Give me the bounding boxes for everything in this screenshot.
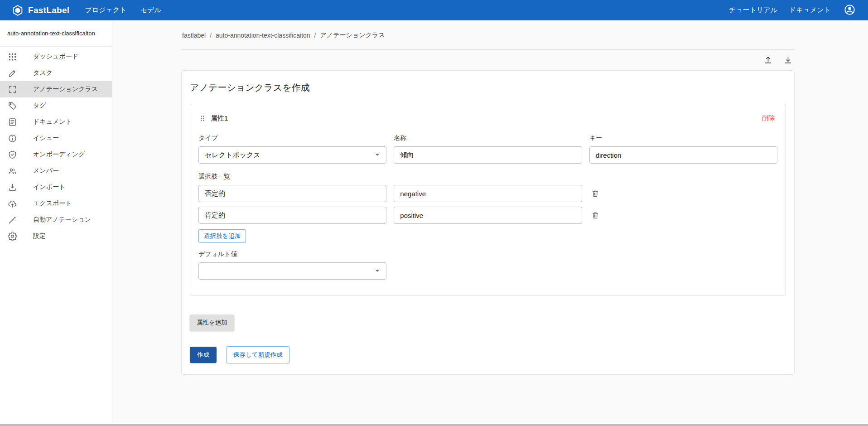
sidebar-item-onboarding[interactable]: オンボーディング bbox=[0, 146, 112, 163]
sidebar-item-auto-annotation[interactable]: 自動アノテーション bbox=[0, 212, 112, 228]
gear-icon bbox=[8, 232, 33, 241]
nav-projects[interactable]: プロジェクト bbox=[85, 6, 126, 15]
sidebar-menu: ダッシュボード タスク bbox=[0, 47, 112, 244]
delete-option-button[interactable] bbox=[589, 209, 601, 221]
name-input[interactable] bbox=[394, 146, 582, 164]
topbar-right: チュートリアル ドキュメント bbox=[729, 4, 856, 17]
sidebar-item-label: エクスポート bbox=[33, 199, 72, 208]
trash-icon bbox=[591, 189, 600, 198]
document-icon bbox=[8, 117, 33, 127]
default-value-row bbox=[198, 262, 777, 280]
sidebar-item-export[interactable]: エクスポート bbox=[0, 195, 112, 212]
default-value-label: デフォルト値 bbox=[198, 250, 777, 258]
sidebar-item-label: イシュー bbox=[33, 134, 59, 142]
form-actions: 作成 保存して新規作成 bbox=[190, 346, 786, 363]
add-attribute-button[interactable]: 属性を追加 bbox=[190, 315, 234, 331]
magic-wand-icon bbox=[8, 215, 33, 225]
sidebar-item-label: 設定 bbox=[33, 232, 46, 240]
nav-tutorial[interactable]: チュートリアル bbox=[729, 6, 777, 15]
topbar-nav: プロジェクト モデル bbox=[85, 6, 161, 15]
attribute-title: 属性1 bbox=[211, 114, 228, 123]
name-label: 名称 bbox=[394, 134, 582, 142]
sidebar-item-label: ダッシュボード bbox=[33, 53, 78, 61]
create-button[interactable]: 作成 bbox=[190, 347, 217, 363]
upload-button[interactable] bbox=[762, 54, 774, 66]
breadcrumb-separator: / bbox=[314, 32, 316, 39]
attribute-fields-row: タイプ セレクトボックス 名称 キー bbox=[198, 134, 777, 164]
sidebar-item-tags[interactable]: タグ bbox=[0, 97, 112, 114]
add-option-button[interactable]: 選択肢を追加 bbox=[198, 229, 246, 243]
options-label: 選択肢一覧 bbox=[198, 173, 777, 181]
sidebar-item-documents[interactable]: ドキュメント bbox=[0, 114, 112, 130]
options-list bbox=[198, 185, 777, 224]
sidebar-item-annotation-class[interactable]: アノテーションクラス bbox=[0, 81, 112, 97]
attribute-header: 属性1 削除 bbox=[198, 112, 777, 124]
type-select[interactable]: セレクトボックス bbox=[198, 146, 386, 164]
topbar: FastLabel プロジェクト モデル チュートリアル ドキュメント bbox=[0, 0, 868, 20]
breadcrumb-org[interactable]: fastlabel bbox=[182, 32, 206, 39]
cloud-upload-icon bbox=[8, 199, 33, 208]
sidebar-item-import[interactable]: インポート bbox=[0, 179, 112, 195]
type-label: タイプ bbox=[198, 134, 386, 142]
nav-models[interactable]: モデル bbox=[140, 6, 161, 15]
option-label-input[interactable] bbox=[198, 207, 386, 224]
pencil-icon bbox=[8, 68, 33, 78]
sidebar-item-label: インポート bbox=[33, 183, 65, 191]
sidebar-item-issues[interactable]: イシュー bbox=[0, 130, 112, 146]
nav-docs[interactable]: ドキュメント bbox=[789, 6, 831, 15]
download-icon bbox=[783, 55, 793, 65]
info-circle-icon bbox=[8, 134, 33, 143]
sidebar-item-label: タスク bbox=[33, 69, 53, 77]
tag-icon bbox=[8, 101, 33, 111]
type-select-value: セレクトボックス bbox=[205, 151, 260, 160]
account-menu-button[interactable] bbox=[843, 4, 856, 17]
people-icon bbox=[8, 166, 33, 176]
breadcrumb: fastlabel / auto-annotation-text-classif… bbox=[181, 20, 795, 50]
sidebar-item-members[interactable]: メンバー bbox=[0, 163, 112, 179]
option-value-input[interactable] bbox=[394, 185, 582, 202]
crop-free-icon bbox=[8, 85, 33, 94]
sidebar-item-label: アノテーションクラス bbox=[33, 85, 98, 93]
horizontal-scrollbar[interactable] bbox=[0, 424, 868, 426]
delete-option-button[interactable] bbox=[589, 188, 601, 199]
sidebar-item-label: 自動アノテーション bbox=[33, 216, 91, 224]
key-label: キー bbox=[589, 134, 777, 142]
drag-handle-icon[interactable] bbox=[198, 114, 207, 122]
apps-grid-icon bbox=[8, 52, 33, 62]
trash-icon bbox=[591, 211, 600, 220]
default-value-select[interactable] bbox=[198, 262, 386, 280]
sidebar-item-settings[interactable]: 設定 bbox=[0, 228, 112, 244]
sidebar-item-dashboard[interactable]: ダッシュボード bbox=[0, 48, 112, 65]
hexagon-logo-icon bbox=[12, 5, 24, 16]
account-circle-icon bbox=[844, 4, 856, 17]
attribute-panel: 属性1 削除 タイプ セレクトボックス 名称 bbox=[190, 104, 786, 295]
page-title: アノテーションクラスを作成 bbox=[190, 82, 786, 94]
download-button[interactable] bbox=[782, 54, 794, 66]
chevron-down-icon bbox=[372, 150, 382, 161]
project-name: auto-annotation-text-classificaiton bbox=[0, 20, 112, 47]
chevron-down-icon bbox=[372, 266, 382, 277]
sidebar-item-label: ドキュメント bbox=[33, 118, 72, 126]
brand-logo[interactable]: FastLabel bbox=[12, 5, 69, 16]
breadcrumb-separator: / bbox=[210, 32, 212, 39]
main-content: fastlabel / auto-annotation-text-classif… bbox=[112, 20, 868, 424]
sidebar-item-tasks[interactable]: タスク bbox=[0, 65, 112, 81]
sidebar-item-label: メンバー bbox=[33, 167, 59, 175]
upload-icon bbox=[763, 55, 773, 65]
type-field-group: タイプ セレクトボックス bbox=[198, 134, 386, 164]
delete-attribute-button[interactable]: 削除 bbox=[759, 112, 777, 124]
option-value-input[interactable] bbox=[394, 207, 582, 224]
breadcrumb-current: アノテーションクラス bbox=[320, 31, 385, 39]
page-toolbar bbox=[182, 54, 794, 66]
create-annotation-class-card: アノテーションクラスを作成 属性1 削除 タイプ bbox=[181, 70, 795, 375]
sidebar-item-label: オンボーディング bbox=[33, 150, 85, 159]
key-input[interactable] bbox=[589, 146, 777, 164]
key-field-group: キー bbox=[589, 134, 777, 164]
layout: auto-annotation-text-classificaiton ダッシュ… bbox=[0, 20, 868, 424]
shield-check-icon bbox=[8, 150, 33, 160]
import-tray-icon bbox=[8, 183, 33, 192]
name-field-group: 名称 bbox=[394, 134, 582, 164]
option-label-input[interactable] bbox=[198, 185, 386, 202]
breadcrumb-project[interactable]: auto-annotation-text-classificaiton bbox=[216, 32, 310, 39]
save-and-new-button[interactable]: 保存して新規作成 bbox=[227, 346, 289, 363]
